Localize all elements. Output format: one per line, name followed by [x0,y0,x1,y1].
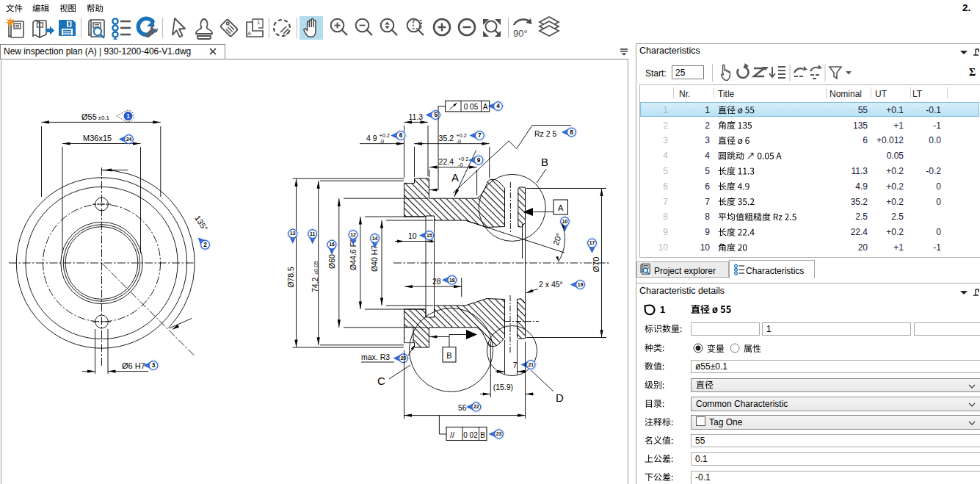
svg-text:Rz 2 5: Rz 2 5 [534,129,557,138]
svg-text:4 9: 4 9 [366,134,377,142]
svg-text:12: 12 [350,232,356,237]
svg-text:35.2: 35.2 [439,134,454,142]
svg-text:7: 7 [513,361,518,369]
svg-text:-0: -0 [457,138,461,145]
svg-text:A: A [483,103,488,111]
svg-text:13: 13 [290,231,296,236]
svg-text:Ø78.5: Ø78.5 [286,267,295,288]
svg-text:max. R3: max. R3 [361,353,390,361]
svg-text:4: 4 [496,103,500,109]
svg-text:-0: -0 [458,162,462,168]
svg-text:B: B [541,156,548,168]
svg-text:2 x 45°: 2 x 45° [539,280,563,289]
svg-text:135°: 135° [193,214,209,233]
svg-text:0 05: 0 05 [464,103,479,111]
svg-text:(15.9): (15.9) [493,383,513,391]
svg-text:10: 10 [408,231,417,240]
svg-text:1: 1 [126,112,130,120]
svg-text:17: 17 [589,240,595,245]
svg-text:±0.05: ±0.05 [313,261,319,275]
svg-text:2: 2 [203,242,207,248]
svg-text:11.3: 11.3 [409,112,424,121]
svg-text:0 02: 0 02 [463,431,478,439]
svg-text:Ø40 H7: Ø40 H7 [370,245,379,272]
svg-text:14: 14 [372,236,378,241]
svg-text:B: B [446,351,451,360]
svg-text:18: 18 [449,278,455,283]
svg-text:23: 23 [496,431,502,436]
svg-text:9: 9 [477,157,481,164]
svg-text:6: 6 [399,132,403,139]
svg-text:B: B [480,431,485,439]
svg-text:20°: 20° [551,232,564,247]
svg-text:24: 24 [126,137,132,142]
svg-text:74.2: 74.2 [311,277,319,292]
svg-text:10: 10 [562,219,568,224]
svg-text:8: 8 [570,129,573,136]
svg-text:5: 5 [434,112,438,118]
svg-text:56: 56 [458,403,467,412]
svg-text:11: 11 [310,231,315,236]
svg-text:A: A [451,171,459,184]
svg-text:22.4: 22.4 [439,157,454,166]
svg-text://: // [450,430,455,439]
svg-text:20: 20 [401,355,407,361]
svg-text:Ø70: Ø70 [592,257,600,272]
svg-text:D: D [556,391,564,404]
svg-text:A: A [558,203,564,212]
svg-text:28: 28 [432,277,441,286]
svg-text:3: 3 [152,362,156,369]
svg-text:Ø55: Ø55 [81,112,97,121]
svg-text:±0.1: ±0.1 [98,115,110,121]
svg-text:22: 22 [473,404,479,409]
svg-text:19: 19 [578,282,584,287]
svg-text:M36x15: M36x15 [83,134,112,142]
svg-text:15: 15 [427,233,432,238]
svg-text:C: C [377,375,385,387]
svg-text:Ø6 H7: Ø6 H7 [122,361,145,370]
svg-text:-0: -0 [380,138,384,145]
svg-text:16: 16 [329,242,335,247]
svg-text:21: 21 [528,362,534,367]
svg-text:7: 7 [478,132,482,139]
svg-text:Ø60: Ø60 [327,254,336,269]
